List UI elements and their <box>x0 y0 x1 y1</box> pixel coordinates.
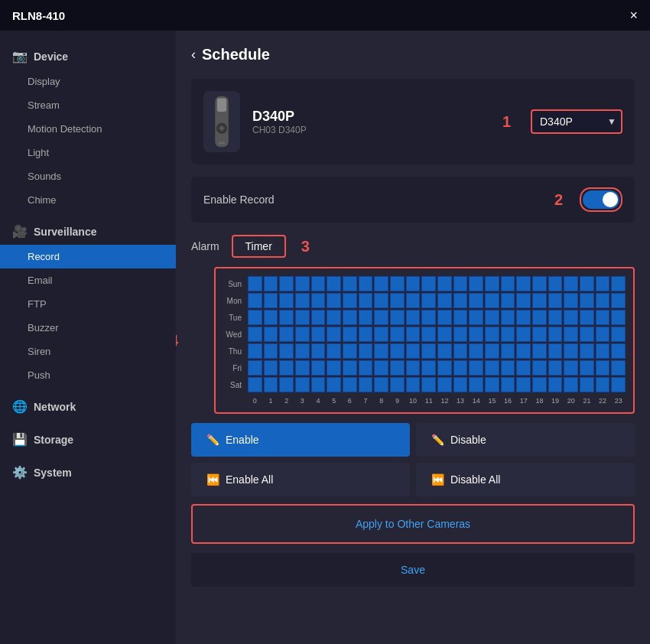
grid-cell-sun-11[interactable] <box>421 276 436 291</box>
grid-cell-mon-14[interactable] <box>469 293 483 308</box>
sidebar-item-motion-detection[interactable]: Motion Detection <box>0 117 176 141</box>
grid-cell-thu-5[interactable] <box>327 343 341 359</box>
grid-cell-mon-8[interactable] <box>374 293 388 308</box>
grid-cell-thu-4[interactable] <box>311 343 326 359</box>
grid-cell-tue-15[interactable] <box>485 310 499 325</box>
grid-cell-thu-20[interactable] <box>564 343 578 359</box>
grid-cell-wed-0[interactable] <box>248 327 262 342</box>
grid-cell-fri-17[interactable] <box>516 360 531 376</box>
grid-cell-wed-6[interactable] <box>343 327 357 342</box>
grid-cell-sat-16[interactable] <box>501 377 515 392</box>
grid-cell-fri-6[interactable] <box>343 360 357 376</box>
grid-cell-mon-21[interactable] <box>580 293 594 308</box>
grid-cell-tue-8[interactable] <box>374 310 388 325</box>
grid-cell-fri-1[interactable] <box>264 360 278 376</box>
grid-cell-sat-4[interactable] <box>311 377 326 392</box>
grid-cell-mon-6[interactable] <box>343 293 357 308</box>
grid-cell-mon-13[interactable] <box>453 293 468 308</box>
sidebar-item-buzzer[interactable]: Buzzer <box>0 316 176 340</box>
grid-cell-fri-20[interactable] <box>564 360 578 376</box>
system-section-header[interactable]: ⚙️ System <box>0 459 176 486</box>
grid-cell-sat-18[interactable] <box>532 377 547 392</box>
grid-cell-sun-15[interactable] <box>485 276 499 291</box>
grid-cell-wed-8[interactable] <box>374 327 388 342</box>
grid-cell-sun-19[interactable] <box>548 276 563 291</box>
grid-cell-sun-9[interactable] <box>390 276 405 291</box>
grid-cell-sun-22[interactable] <box>596 276 610 291</box>
grid-cell-wed-17[interactable] <box>516 327 531 342</box>
grid-cell-fri-22[interactable] <box>596 360 610 376</box>
grid-cell-thu-14[interactable] <box>469 343 483 359</box>
grid-cell-mon-20[interactable] <box>564 293 578 308</box>
grid-cell-sat-5[interactable] <box>327 377 341 392</box>
grid-cell-thu-11[interactable] <box>421 343 436 359</box>
close-button[interactable]: × <box>629 8 638 22</box>
grid-cell-sat-20[interactable] <box>564 377 578 392</box>
grid-cell-wed-20[interactable] <box>564 327 578 342</box>
grid-cell-sat-15[interactable] <box>485 377 499 392</box>
grid-cell-tue-0[interactable] <box>248 310 262 325</box>
grid-cell-thu-9[interactable] <box>390 343 405 359</box>
enable-record-toggle[interactable] <box>583 190 619 209</box>
grid-cell-wed-1[interactable] <box>264 327 278 342</box>
grid-cell-sat-22[interactable] <box>596 377 610 392</box>
grid-cell-sun-6[interactable] <box>343 276 357 291</box>
grid-cell-fri-23[interactable] <box>611 360 626 376</box>
grid-cell-sun-3[interactable] <box>295 276 310 291</box>
grid-cell-thu-13[interactable] <box>453 343 468 359</box>
disable-button[interactable]: ✏️ Disable <box>416 423 635 457</box>
sidebar-item-record[interactable]: Record <box>0 245 176 268</box>
grid-cell-tue-11[interactable] <box>421 310 436 325</box>
sidebar-item-ftp[interactable]: FTP <box>0 292 176 316</box>
grid-cell-wed-5[interactable] <box>327 327 341 342</box>
grid-cell-wed-16[interactable] <box>501 327 515 342</box>
grid-cell-sat-11[interactable] <box>421 377 436 392</box>
grid-cell-fri-8[interactable] <box>374 360 388 376</box>
timer-tab-button[interactable]: Timer <box>232 235 286 258</box>
grid-cell-thu-23[interactable] <box>611 343 626 359</box>
grid-cell-tue-21[interactable] <box>580 310 594 325</box>
grid-cell-mon-15[interactable] <box>485 293 499 308</box>
grid-cell-fri-16[interactable] <box>501 360 515 376</box>
back-button[interactable]: ‹ <box>191 47 196 63</box>
grid-cell-tue-13[interactable] <box>453 310 468 325</box>
grid-cell-tue-3[interactable] <box>295 310 310 325</box>
grid-cell-sat-0[interactable] <box>248 377 262 392</box>
grid-cell-sun-23[interactable] <box>611 276 626 291</box>
grid-cell-thu-2[interactable] <box>279 343 294 359</box>
grid-cell-sun-18[interactable] <box>532 276 547 291</box>
grid-cell-thu-18[interactable] <box>532 343 547 359</box>
grid-cell-tue-20[interactable] <box>564 310 578 325</box>
grid-cell-sat-2[interactable] <box>279 377 294 392</box>
grid-cell-wed-11[interactable] <box>421 327 436 342</box>
grid-cell-fri-11[interactable] <box>421 360 436 376</box>
grid-cell-tue-22[interactable] <box>596 310 610 325</box>
grid-cell-fri-7[interactable] <box>359 360 373 376</box>
grid-cell-wed-9[interactable] <box>390 327 405 342</box>
grid-cell-thu-21[interactable] <box>580 343 594 359</box>
grid-cell-sat-8[interactable] <box>374 377 388 392</box>
grid-cell-sat-6[interactable] <box>343 377 357 392</box>
grid-cell-sun-14[interactable] <box>469 276 483 291</box>
grid-cell-sun-8[interactable] <box>374 276 388 291</box>
grid-cell-tue-18[interactable] <box>532 310 547 325</box>
grid-cell-sun-5[interactable] <box>327 276 341 291</box>
grid-cell-wed-13[interactable] <box>453 327 468 342</box>
grid-cell-wed-15[interactable] <box>485 327 499 342</box>
grid-cell-mon-5[interactable] <box>327 293 341 308</box>
grid-cell-sat-21[interactable] <box>580 377 594 392</box>
sidebar-item-push[interactable]: Push <box>0 363 176 387</box>
grid-cell-thu-15[interactable] <box>485 343 499 359</box>
grid-cell-thu-1[interactable] <box>264 343 278 359</box>
grid-cell-mon-1[interactable] <box>264 293 278 308</box>
grid-cell-mon-23[interactable] <box>611 293 626 308</box>
grid-cell-mon-12[interactable] <box>437 293 452 308</box>
grid-cell-mon-4[interactable] <box>311 293 326 308</box>
grid-cell-tue-6[interactable] <box>343 310 357 325</box>
grid-cell-sun-1[interactable] <box>264 276 278 291</box>
save-button[interactable]: Save <box>191 553 635 587</box>
grid-cell-mon-0[interactable] <box>248 293 262 308</box>
grid-cell-wed-7[interactable] <box>359 327 373 342</box>
grid-cell-mon-11[interactable] <box>421 293 436 308</box>
grid-cell-tue-7[interactable] <box>359 310 373 325</box>
